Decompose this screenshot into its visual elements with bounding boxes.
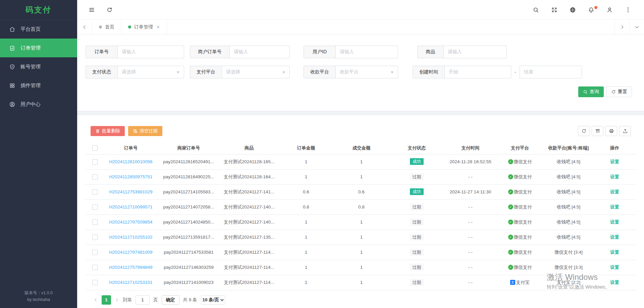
user-icon[interactable]: [606, 7, 613, 13]
order-no-link[interactable]: H2024112710253101: [109, 280, 153, 285]
tab-订单管理[interactable]: 订单管理: [121, 20, 167, 34]
sidebar-item-plugins[interactable]: 插件管理: [0, 76, 77, 95]
create-time-start-field: 创建时间 开始: [413, 66, 511, 78]
tabs-menu-icon[interactable]: [629, 20, 644, 34]
print-icon[interactable]: [605, 126, 617, 136]
row-checkbox[interactable]: [92, 280, 98, 285]
settings-link[interactable]: 设置: [610, 235, 619, 240]
order-no-link[interactable]: H2024112797481009: [109, 250, 153, 255]
receiver-cell: 收钱吧 [4:5]: [543, 199, 594, 214]
order-amount-cell: 0.6: [278, 184, 334, 199]
pay-time-cell: - -: [444, 230, 496, 245]
language-globe-icon[interactable]: [570, 7, 576, 13]
order-no-link[interactable]: H2024112757994849: [109, 265, 153, 270]
goto-label: 到第: [123, 297, 132, 303]
order-no-link[interactable]: H2024112797509854: [109, 220, 153, 225]
column-header: 商家订单号: [158, 142, 220, 154]
select-all-checkbox[interactable]: [92, 145, 98, 151]
orders-table: 订单号商家订单号商品订单金额成交金额支付状态支付时间支付平台收款平台[账号:终端…: [86, 142, 636, 290]
tab-首页[interactable]: 首页: [92, 20, 121, 34]
merchant-order-no-cell: pay20241127141009023: [158, 275, 220, 290]
order-no-cell: H2024112797481009: [104, 245, 158, 260]
sidebar-item-home[interactable]: 平台首页: [0, 20, 77, 39]
settings-link[interactable]: 设置: [610, 159, 619, 164]
column-header: 订单金额: [278, 142, 334, 154]
row-checkbox[interactable]: [92, 265, 98, 270]
action-cell: 设置: [594, 275, 636, 290]
filter-input[interactable]: 请输入: [230, 46, 289, 58]
row-select-cell: [86, 214, 104, 230]
next-page-icon[interactable]: [115, 298, 119, 302]
fullscreen-icon[interactable]: [551, 7, 557, 13]
pay-status-badge: 成功: [410, 188, 424, 195]
pay-platform-cell: ✓微信支付: [496, 230, 543, 245]
tabs-scroll-left-icon[interactable]: [77, 20, 92, 34]
row-checkbox[interactable]: [92, 220, 98, 225]
sidebar-item-orders[interactable]: 订单管理: [0, 39, 77, 57]
receiver-cell: 收钱吧 [4:5]: [543, 169, 594, 184]
filter-select[interactable]: 请选择▼: [222, 66, 289, 78]
row-checkbox[interactable]: [92, 174, 98, 180]
order-no-link[interactable]: H2024112710255102: [109, 235, 153, 240]
wechat-icon: ✓: [508, 189, 513, 194]
collapse-menu-icon[interactable]: [89, 7, 95, 13]
settings-link[interactable]: 设置: [610, 204, 619, 209]
filter-select[interactable]: 请选择▼: [118, 66, 184, 78]
settings-link[interactable]: 设置: [610, 220, 619, 225]
settings-link[interactable]: 设置: [610, 265, 619, 270]
table-row: H2024112710255102pay2024112713591817...支…: [86, 230, 636, 245]
order-no-link[interactable]: H2024112810010056: [109, 159, 153, 164]
settings-link[interactable]: 设置: [610, 280, 619, 285]
tabs-scroll-right-icon[interactable]: [614, 20, 629, 34]
product-cell: 支付测试20241127-114...: [220, 245, 278, 260]
search-icon[interactable]: [533, 7, 539, 13]
filter-input[interactable]: 请输入: [118, 46, 184, 58]
notifications-bell-icon[interactable]: [588, 7, 594, 13]
prev-page-icon[interactable]: [94, 298, 98, 302]
more-kebab-icon[interactable]: [625, 7, 631, 13]
row-checkbox[interactable]: [92, 235, 98, 240]
filter-input[interactable]: 请输入: [444, 46, 506, 58]
page-size-select[interactable]: 10 条/页: [201, 295, 225, 305]
filter-input[interactable]: 请输入: [336, 46, 398, 58]
sidebar-item-accounts[interactable]: 账号管理: [0, 57, 77, 76]
settings-link[interactable]: 设置: [610, 250, 619, 255]
goto-confirm-button[interactable]: 确定: [162, 295, 179, 305]
tab-close-icon[interactable]: [156, 25, 160, 29]
merchant-order-no-cell: pay2024112714105583...: [158, 184, 220, 199]
row-checkbox[interactable]: [92, 250, 98, 255]
pay-platform-label: 微信支付: [514, 234, 532, 240]
action-cell: 设置: [594, 199, 636, 214]
order-no-link[interactable]: H2024112710099571: [109, 204, 153, 209]
paid-amount-cell: 1: [334, 260, 389, 275]
refresh-page-icon[interactable]: [106, 7, 113, 13]
order-no-link[interactable]: H2024112753981029: [109, 189, 153, 194]
current-page-button[interactable]: 1: [102, 295, 111, 305]
order-no-link[interactable]: H2024112850975751: [109, 174, 153, 179]
filter-select[interactable]: 收款平台▼: [336, 66, 398, 78]
clear-expired-button[interactable]: 清空过期: [128, 126, 162, 136]
search-button[interactable]: 查询: [578, 86, 604, 97]
goto-page-input[interactable]: [136, 295, 150, 305]
settings-link[interactable]: 设置: [610, 189, 619, 194]
sidebar-item-user-center[interactable]: 用户中心: [0, 95, 77, 114]
date-end-input[interactable]: 结束: [520, 66, 582, 78]
settings-link[interactable]: 设置: [610, 174, 619, 179]
date-separator: -: [515, 69, 516, 75]
batch-delete-button[interactable]: 批量删除: [91, 126, 125, 136]
table-refresh-icon[interactable]: [578, 126, 590, 136]
filter-placeholder: 请选择: [226, 69, 240, 75]
row-checkbox[interactable]: [92, 204, 98, 210]
merchant-order-no-cell: pay2024112816520491...: [158, 154, 220, 169]
columns-icon[interactable]: [592, 126, 603, 136]
row-checkbox[interactable]: [92, 189, 98, 195]
reset-button[interactable]: 重置: [606, 86, 632, 97]
pay-platform: ✓微信支付: [508, 159, 532, 165]
export-icon[interactable]: [619, 126, 631, 136]
filter-field-label: 订单号: [86, 46, 118, 58]
filter-placeholder: 请输入: [234, 49, 248, 55]
order-amount-cell: 1: [278, 154, 334, 169]
date-start-input[interactable]: 开始: [445, 66, 511, 78]
pay-status-cell: 过期: [389, 169, 444, 184]
row-checkbox[interactable]: [92, 159, 98, 165]
